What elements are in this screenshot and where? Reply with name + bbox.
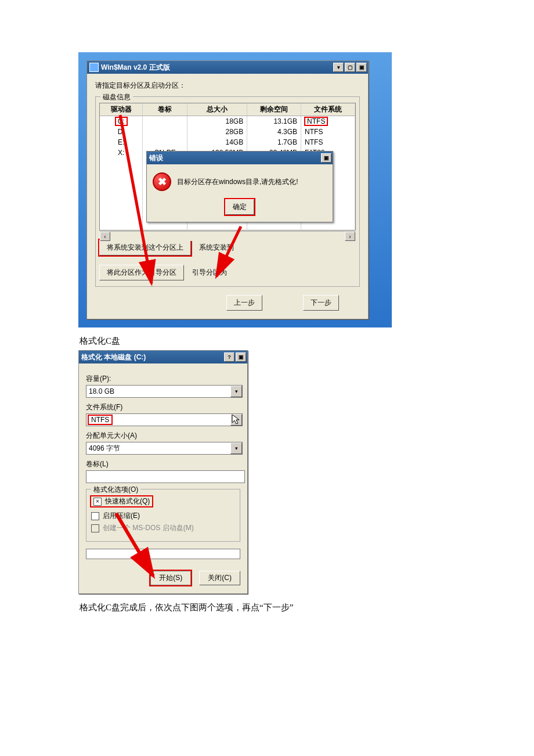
capacity-value: 18.0 GB	[89, 387, 114, 395]
window-title: Win$Man v2.0 正式版	[101, 63, 170, 73]
msdos-checkbox: 创建一个 MS-DOS 启动盘(M)	[91, 523, 235, 533]
compress-label: 启用压缩(E)	[103, 511, 140, 521]
format-title: 格式化 本地磁盘 (C:)	[81, 352, 146, 362]
col-label[interactable]: 卷标	[143, 103, 187, 116]
scroll-right-icon[interactable]: ›	[345, 232, 355, 241]
fs-label: 文件系统(F)	[86, 402, 240, 412]
capacity-label: 容量(P):	[86, 374, 240, 384]
quick-format-checkbox[interactable]: × 快速格式化(Q)	[91, 496, 152, 506]
install-partition-button[interactable]: 将系统安装到这个分区上	[99, 240, 191, 255]
next-button[interactable]: 下一步	[303, 295, 339, 311]
close-button[interactable]: 关闭(C)	[199, 571, 240, 585]
error-dialog: 错误 ▣ ✖ 目标分区存在windows目录,请先格式化! 确定	[146, 151, 333, 222]
drive-c: C:	[116, 117, 127, 125]
caption-format-c: 格式化C盘	[80, 336, 456, 347]
checkbox-icon	[91, 524, 99, 532]
close-icon[interactable]: ▣	[356, 63, 367, 72]
partition-prompt: 请指定目标分区及启动分区：	[95, 81, 360, 91]
scroll-left-icon[interactable]: ‹	[100, 232, 110, 241]
minimize-icon[interactable]: ▾	[333, 63, 344, 72]
format-titlebar: 格式化 本地磁盘 (C:) ? ▣	[79, 351, 247, 363]
vol-label: 卷标(L)	[86, 459, 240, 469]
caption-after-format: 格式化C盘完成后，依次点下图两个选项，再点“下一步”	[80, 602, 456, 613]
error-titlebar: 错误 ▣	[147, 152, 333, 164]
fs-c: NTFS	[305, 117, 327, 125]
alloc-select[interactable]: 4096 字节 ▾	[86, 442, 243, 455]
error-icon: ✖	[153, 172, 171, 191]
winsman-titlebar: Win$Man v2.0 正式版 ▾ ▢ ▣	[87, 61, 368, 74]
compress-checkbox[interactable]: 启用压缩(E)	[91, 511, 235, 521]
col-free[interactable]: 剩余空间	[247, 103, 301, 116]
error-message: 目标分区存在windows目录,请先格式化!	[177, 177, 298, 187]
disk-table-wrap: 驱动器 卷标 总大小 剩余空间 文件系统 C:	[99, 103, 356, 231]
fs-value: NTFS	[89, 416, 111, 424]
chevron-down-icon[interactable]: ▾	[230, 386, 242, 397]
alloc-label: 分配单元大小(A)	[86, 431, 240, 441]
checkbox-icon	[91, 512, 99, 520]
app-icon	[89, 63, 99, 72]
winsman-screenshot: Win$Man v2.0 正式版 ▾ ▢ ▣ 请指定目标分区及启动分区： 磁盘信…	[78, 52, 392, 327]
disk-info-legend: 磁盘信息	[100, 92, 133, 102]
format-help-icon[interactable]: ?	[224, 352, 234, 362]
maximize-icon[interactable]: ▢	[345, 63, 355, 72]
boot-label: 引导分区为	[192, 268, 227, 278]
error-close-icon[interactable]: ▣	[321, 153, 331, 163]
install-label: 系统安装到	[199, 243, 234, 253]
chevron-down-icon[interactable]: ▾	[230, 414, 242, 426]
start-button[interactable]: 开始(S)	[150, 571, 191, 585]
format-dialog: 格式化 本地磁盘 (C:) ? ▣ 容量(P): 18.0 GB ▾ 文件系统(…	[78, 350, 248, 594]
alloc-value: 4096 字节	[89, 444, 120, 453]
vol-input[interactable]	[86, 470, 245, 483]
msdos-label: 创建一个 MS-DOS 启动盘(M)	[103, 523, 194, 533]
error-title: 错误	[149, 153, 163, 163]
col-fs[interactable]: 文件系统	[301, 103, 355, 116]
table-row[interactable]: E: 14GB 1.7GB NTFS	[100, 137, 355, 147]
format-options-legend: 格式化选项(O)	[91, 485, 140, 495]
disk-info-group: 磁盘信息 驱动器 卷标 总大小 剩余空间 文件系统	[95, 96, 360, 287]
col-total[interactable]: 总大小	[187, 103, 247, 116]
checkbox-icon: ×	[93, 498, 102, 506]
progress-bar	[86, 549, 240, 559]
format-close-icon[interactable]: ▣	[236, 352, 246, 362]
format-options-group: 格式化选项(O) × 快速格式化(Q) 启用压缩(E) 创建一个 MS-DOS …	[86, 489, 240, 542]
h-scrollbar[interactable]: ‹ ›	[100, 231, 355, 241]
boot-partition-button[interactable]: 将此分区作为引导分区	[99, 265, 184, 280]
prev-button[interactable]: 上一步	[226, 295, 262, 311]
fs-select[interactable]: NTFS ▾	[86, 413, 243, 426]
error-ok-button[interactable]: 确定	[225, 199, 254, 215]
table-header-row: 驱动器 卷标 总大小 剩余空间 文件系统	[100, 103, 355, 116]
col-drive[interactable]: 驱动器	[100, 103, 143, 116]
winsman-window: Win$Man v2.0 正式版 ▾ ▢ ▣ 请指定目标分区及启动分区： 磁盘信…	[86, 60, 369, 319]
table-row[interactable]: D: 28GB 4.3GB NTFS	[100, 127, 355, 137]
table-row[interactable]: C: 18GB 13.1GB NTFS	[100, 116, 355, 127]
capacity-select[interactable]: 18.0 GB ▾	[86, 385, 243, 398]
chevron-down-icon[interactable]: ▾	[230, 442, 242, 454]
quick-format-label: 快速格式化(Q)	[105, 496, 150, 506]
